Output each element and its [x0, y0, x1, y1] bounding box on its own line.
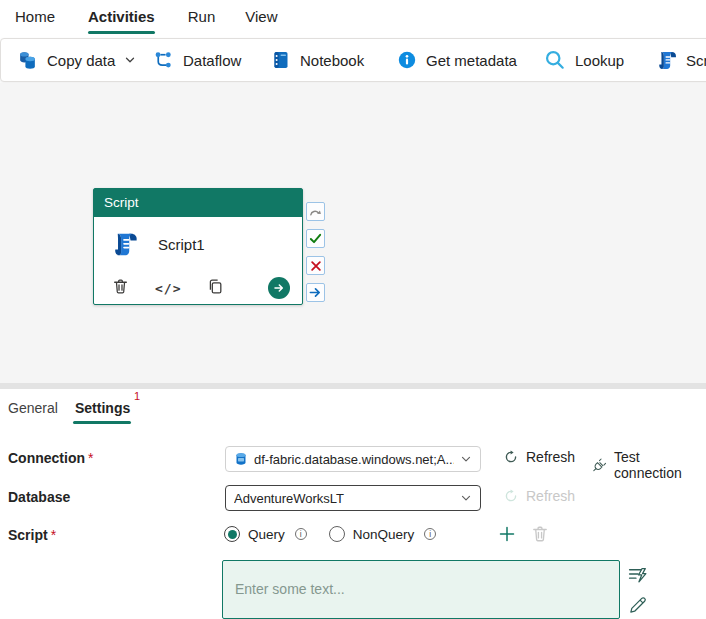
script-type-radio-group: Query NonQuery — [224, 526, 450, 542]
trash-icon — [531, 525, 549, 543]
chevron-down-icon — [124, 54, 136, 66]
test-connection-label: Test connection — [614, 449, 706, 481]
on-completion-port[interactable] — [306, 283, 325, 302]
pipeline-canvas[interactable]: Script Script1 </> — [0, 83, 706, 383]
go-to-activity-button[interactable] — [268, 277, 290, 299]
activity-card-header: Script — [94, 189, 302, 217]
x-icon — [310, 260, 322, 272]
script-label-text: Script — [8, 527, 48, 543]
dynamic-content-icon — [627, 565, 648, 586]
notebook-icon — [271, 50, 291, 70]
database-label: Database — [8, 489, 70, 505]
refresh-icon — [503, 488, 519, 504]
tab-general[interactable]: General — [8, 400, 58, 416]
activity-card-body: Script1 — [94, 217, 302, 272]
toolbar-lookup-label: Lookup — [575, 52, 624, 69]
query-info-icon[interactable] — [295, 528, 307, 540]
radio-selected-dot — [228, 530, 237, 539]
database-label-text: Database — [8, 489, 70, 505]
script-activity-card[interactable]: Script Script1 </> — [93, 188, 303, 305]
search-icon — [544, 49, 566, 71]
delete-script-button — [531, 525, 549, 543]
tab-settings[interactable]: Settings — [75, 400, 130, 416]
database-refresh-button: Refresh — [503, 488, 575, 504]
test-connection-button[interactable]: Test connection — [591, 449, 706, 481]
plus-icon — [497, 524, 517, 544]
active-tab-underline — [88, 31, 155, 34]
database-dropdown[interactable]: AdventureWorksLT — [225, 485, 481, 511]
pencil-icon — [628, 596, 647, 615]
toolbar-copy-data-button[interactable]: Copy data — [17, 39, 136, 81]
add-dynamic-content-button[interactable] — [627, 565, 648, 586]
sql-database-icon — [234, 452, 248, 466]
arrow-right-icon — [273, 282, 285, 294]
settings-panel: General Settings 1 Connection* df-fabric… — [0, 389, 706, 619]
trash-icon — [112, 278, 129, 295]
connection-label: Connection* — [8, 450, 93, 466]
script-icon — [111, 231, 138, 258]
plug-icon — [591, 457, 607, 474]
arrow-right-icon — [309, 286, 322, 299]
activities-toolbar: Copy data Dataflow Notebook Get metadata — [0, 38, 706, 82]
script-icon — [656, 50, 677, 71]
on-skip-port[interactable] — [306, 202, 325, 221]
menubar: Home Activities Run View — [0, 0, 706, 36]
activity-output-ports — [306, 202, 325, 302]
nonquery-radio[interactable] — [329, 526, 345, 542]
toolbar-dataflow-label: Dataflow — [183, 52, 241, 69]
menu-item-run[interactable]: Run — [188, 0, 216, 36]
connection-refresh-label: Refresh — [526, 449, 575, 465]
check-icon — [309, 232, 322, 245]
on-failure-port[interactable] — [306, 256, 325, 275]
nonquery-info-icon[interactable] — [424, 528, 436, 540]
script-text-editor[interactable] — [222, 560, 620, 619]
skip-arrow-icon — [309, 205, 322, 218]
menu-item-activities-label: Activities — [88, 8, 155, 25]
toolbar-script-label: Script — [686, 52, 706, 69]
settings-tab-underline — [73, 421, 131, 424]
chevron-down-icon — [460, 453, 472, 465]
nonquery-radio-label: NonQuery — [353, 527, 415, 542]
add-script-button[interactable] — [497, 524, 517, 544]
menu-item-home[interactable]: Home — [15, 0, 55, 36]
clone-activity-button[interactable] — [207, 278, 224, 299]
activity-type-title: Script — [104, 195, 139, 210]
toolbar-script-button[interactable]: Script — [656, 39, 706, 81]
database-refresh-label: Refresh — [526, 488, 575, 504]
toolbar-lookup-button[interactable]: Lookup — [544, 39, 624, 81]
code-view-button[interactable]: </> — [155, 281, 181, 296]
toolbar-notebook-label: Notebook — [300, 52, 364, 69]
toolbar-get-metadata-button[interactable]: Get metadata — [397, 39, 517, 81]
edit-script-button[interactable] — [628, 596, 647, 615]
activity-name: Script1 — [158, 236, 205, 253]
chevron-down-icon — [460, 492, 472, 504]
query-radio-label: Query — [248, 527, 285, 542]
settings-error-badge: 1 — [134, 390, 140, 402]
toolbar-dataflow-button[interactable]: Dataflow — [153, 39, 241, 81]
menu-item-view[interactable]: View — [245, 0, 277, 36]
connection-refresh-button[interactable]: Refresh — [503, 449, 575, 465]
activity-card-toolbar: </> — [94, 272, 302, 304]
required-asterisk: * — [51, 527, 56, 543]
query-radio[interactable] — [224, 526, 240, 542]
refresh-icon — [503, 449, 519, 465]
database-value: AdventureWorksLT — [234, 491, 454, 506]
copy-icon — [207, 278, 224, 295]
toolbar-get-metadata-label: Get metadata — [426, 52, 517, 69]
on-success-port[interactable] — [306, 229, 325, 248]
toolbar-notebook-button[interactable]: Notebook — [271, 39, 364, 81]
toolbar-copy-data-label: Copy data — [47, 52, 115, 69]
delete-activity-button[interactable] — [112, 278, 129, 299]
required-asterisk: * — [88, 450, 93, 466]
connection-label-text: Connection — [8, 450, 85, 466]
connection-dropdown[interactable]: df-fabric.database.windows.net;A... — [225, 446, 481, 472]
copy-data-icon — [17, 50, 38, 71]
connection-value: df-fabric.database.windows.net;A... — [254, 452, 454, 467]
dataflow-icon — [153, 50, 174, 71]
info-circle-icon — [397, 50, 417, 70]
menu-item-activities[interactable]: Activities — [88, 0, 155, 36]
script-label: Script* — [8, 527, 56, 543]
